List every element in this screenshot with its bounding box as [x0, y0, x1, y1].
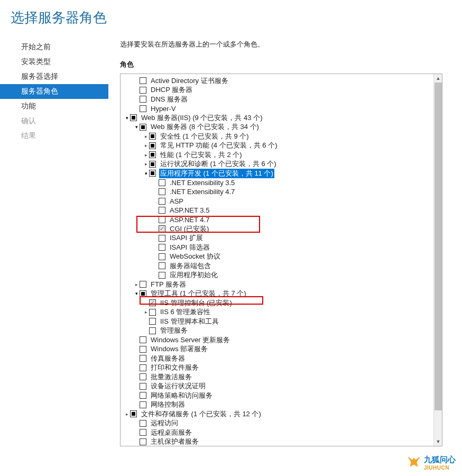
expander-closed-icon[interactable]: ▸ — [143, 309, 149, 315]
tree-item-label[interactable]: Active Directory 证书服务 — [150, 76, 229, 86]
checkbox[interactable] — [149, 133, 156, 140]
checkbox[interactable] — [140, 336, 146, 343]
expander-open-icon[interactable]: ▾ — [124, 115, 130, 121]
tree-row[interactable]: 设备运行状况证明 — [124, 382, 433, 391]
checkbox[interactable] — [140, 355, 146, 362]
tree-item-label[interactable]: .NET Extensibility 3.5 — [169, 179, 236, 187]
tree-row[interactable]: Windows 部署服务 — [124, 345, 433, 354]
tree-item-label[interactable]: 运行状况和诊断 (1 个已安装，共 6 个) — [159, 159, 278, 169]
tree-item-label[interactable]: Hyper-V — [150, 105, 177, 113]
tree-row[interactable]: ▾管理工具 (1 个已安装，共 7 个) — [124, 289, 433, 299]
checkbox[interactable] — [159, 216, 165, 223]
checkbox[interactable] — [140, 281, 146, 288]
expander-closed-icon[interactable]: ▸ — [143, 161, 149, 167]
checkbox[interactable] — [159, 179, 165, 186]
tree-item-label[interactable]: 传真服务器 — [150, 354, 186, 363]
tree-row[interactable]: 主机保护者服务 — [124, 437, 433, 446]
tree-row[interactable]: 管理服务 — [124, 326, 433, 336]
checkbox[interactable] — [140, 96, 146, 103]
tree-row[interactable]: 打印和文件服务 — [124, 363, 433, 373]
tree-item-label[interactable]: IIS 管理脚本和工具 — [159, 317, 220, 326]
checkbox[interactable] — [159, 235, 165, 242]
tree-item-label[interactable]: IIS 6 管理兼容性 — [159, 307, 211, 317]
checkbox[interactable] — [140, 420, 146, 427]
tree-item-label[interactable]: ASP — [169, 197, 184, 205]
tree-item-label[interactable]: 常见 HTTP 功能 (4 个已安装，共 6 个) — [159, 141, 279, 150]
tree-row[interactable]: WebSocket 协议 — [124, 252, 433, 262]
tree-row[interactable]: ▸文件和存储服务 (1 个已安装，共 12 个) — [124, 409, 433, 419]
checkbox[interactable] — [140, 429, 146, 436]
tree-row[interactable]: IIS 管理脚本和工具 — [124, 317, 433, 326]
checkbox[interactable] — [159, 272, 165, 279]
tree-row[interactable]: ISAPI 筛选器 — [124, 243, 433, 252]
tree-row[interactable]: IIS 管理控制台 (已安装) — [124, 298, 433, 308]
tree-row[interactable]: ▸FTP 服务器 — [124, 280, 433, 289]
tree-item-label[interactable]: FTP 服务器 — [150, 280, 187, 289]
tree-item-label[interactable]: ISAPI 扩展 — [169, 233, 204, 243]
checkbox[interactable] — [140, 438, 146, 445]
checkbox[interactable] — [140, 77, 146, 84]
checkbox[interactable] — [140, 87, 146, 94]
tree-row[interactable]: ASP.NET 4.7 — [124, 215, 433, 225]
tree-item-label[interactable]: 性能 (1 个已安装，共 2 个) — [159, 150, 243, 160]
checkbox[interactable] — [149, 170, 156, 177]
expander-closed-icon[interactable]: ▸ — [124, 411, 130, 417]
tree-row[interactable]: DHCP 服务器 — [124, 86, 433, 95]
tree-row[interactable]: Windows Server 更新服务 — [124, 335, 433, 345]
roles-tree[interactable]: Active Directory 证书服务DHCP 服务器DNS 服务器Hype… — [121, 74, 433, 446]
scroll-up-arrow-icon[interactable]: ▲ — [434, 74, 442, 83]
tree-item-label[interactable]: 打印和文件服务 — [150, 363, 200, 372]
checkbox[interactable] — [159, 207, 165, 214]
checkbox[interactable] — [130, 114, 137, 121]
checkbox[interactable] — [149, 161, 156, 168]
sidebar-item-4[interactable]: 功能 — [0, 99, 108, 114]
tree-row[interactable]: ▸常见 HTTP 功能 (4 个已安装，共 6 个) — [124, 141, 433, 151]
checkbox[interactable] — [149, 318, 156, 325]
tree-row[interactable]: 应用程序初始化 — [124, 271, 433, 280]
tree-item-label[interactable]: 管理服务 — [159, 326, 189, 335]
checkbox[interactable] — [159, 253, 165, 260]
tree-item-label[interactable]: 远程访问 — [150, 418, 179, 428]
expander-closed-icon[interactable]: ▸ — [143, 143, 149, 148]
checkbox[interactable] — [140, 290, 146, 297]
checkbox[interactable] — [140, 346, 146, 353]
checkbox[interactable] — [159, 225, 165, 232]
tree-item-label[interactable]: Web 服务器(IIS) (9 个已安装，共 43 个) — [140, 113, 263, 123]
expander-open-icon[interactable]: ▾ — [133, 124, 140, 130]
expander-closed-icon[interactable]: ▸ — [143, 152, 149, 158]
tree-item-label[interactable]: IIS 管理控制台 (已安装) — [159, 298, 233, 308]
tree-row[interactable]: ▾应用程序开发 (1 个已安装，共 11 个) — [124, 169, 433, 178]
tree-row[interactable]: Hyper-V — [124, 104, 433, 114]
tree-row[interactable]: ASP — [124, 197, 433, 206]
checkbox[interactable] — [159, 198, 165, 205]
checkbox[interactable] — [140, 373, 146, 380]
checkbox[interactable] — [149, 142, 156, 149]
expander-open-icon[interactable]: ▾ — [143, 171, 149, 176]
checkbox[interactable] — [159, 244, 165, 251]
tree-row[interactable]: CGI (已安装) — [124, 224, 433, 234]
sidebar-item-3[interactable]: 服务器角色 — [0, 84, 108, 99]
checkbox[interactable] — [149, 151, 156, 158]
tree-item-label[interactable]: 网络策略和访问服务 — [150, 391, 214, 400]
tree-row[interactable]: 网络控制器 — [124, 400, 433, 410]
tree-item-label[interactable]: .NET Extensibility 4.7 — [169, 188, 236, 196]
checkbox[interactable] — [140, 124, 146, 131]
tree-item-label[interactable]: Web 服务器 (8 个已安装，共 34 个) — [150, 122, 260, 132]
expander-closed-icon[interactable]: ▸ — [143, 134, 149, 139]
tree-row[interactable]: DNS 服务器 — [124, 95, 433, 104]
checkbox[interactable] — [149, 327, 156, 334]
tree-row[interactable]: ▸IIS 6 管理兼容性 — [124, 308, 433, 317]
checkbox[interactable] — [140, 364, 146, 371]
tree-row[interactable]: Active Directory 证书服务 — [124, 76, 433, 86]
tree-item-label[interactable]: 服务器端包含 — [169, 261, 212, 271]
tree-item-label[interactable]: 应用程序初始化 — [169, 270, 219, 280]
tree-row[interactable]: 服务器端包含 — [124, 261, 433, 271]
checkbox[interactable] — [140, 383, 146, 390]
tree-item-label[interactable]: DHCP 服务器 — [150, 85, 193, 95]
tree-item-label[interactable]: 主机保护者服务 — [150, 437, 200, 446]
tree-item-label[interactable]: 文件和存储服务 (1 个已安装，共 12 个) — [140, 409, 262, 419]
tree-item-label[interactable]: ISAPI 筛选器 — [169, 243, 211, 252]
tree-row[interactable]: ▾Web 服务器 (8 个已安装，共 34 个) — [124, 123, 433, 132]
checkbox[interactable] — [149, 309, 156, 316]
tree-item-label[interactable]: Windows 部署服务 — [150, 344, 209, 354]
